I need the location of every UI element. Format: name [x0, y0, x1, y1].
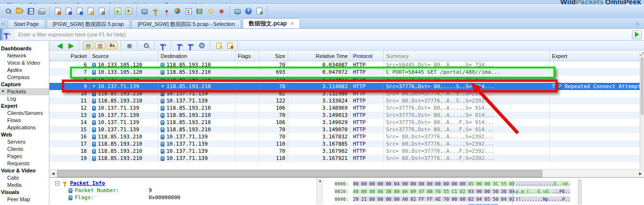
search-packets-icon[interactable]: [141, 41, 151, 50]
edit-note-icon[interactable]: ✎: [214, 42, 223, 49]
table-row[interactable]: 1410.137.71.139118.85.193.2101063.149029…: [49, 119, 644, 126]
sidebar-item-applications[interactable]: Applications: [0, 124, 49, 131]
hex-view-toggle[interactable]: 0x: [107, 41, 117, 50]
options-icon[interactable]: [233, 6, 242, 16]
column-header-relative-time[interactable]: Relative Time: [288, 51, 351, 61]
horizontal-scrollbar[interactable]: ◀ ▶: [49, 169, 644, 177]
sidebar-item-apdex[interactable]: Apdex: [0, 67, 49, 74]
go-forward-icon[interactable]: ▶: [66, 42, 76, 49]
column-header-source[interactable]: Source: [90, 51, 158, 61]
vertical-scrollbar[interactable]: [640, 51, 644, 171]
search-packets-icon[interactable]: [141, 42, 151, 49]
help-icon[interactable]: ?: [244, 6, 253, 16]
open-file-icon[interactable]: ▾: [15, 6, 24, 16]
column-header-expert[interactable]: Expert: [550, 51, 644, 61]
sidebar-item-pages[interactable]: Pages: [0, 153, 49, 160]
sidebar-item-network[interactable]: Network: [0, 52, 49, 59]
table-row[interactable]: 910.137.71.139118.85.193.210783.114083HT…: [49, 83, 644, 90]
detail-view-icon[interactable]: ▥: [95, 41, 105, 50]
insert-operator-icon[interactable]: +: [186, 41, 196, 50]
clients-monitor-icon[interactable]: [140, 6, 149, 16]
sidebar-item-servers[interactable]: Servers: [0, 138, 49, 146]
sidebar-item-clients-servers[interactable]: Clients/Servers: [0, 110, 49, 117]
tab-3[interactable]: 数据报文.pcap×: [243, 18, 300, 28]
save-icon[interactable]: [26, 6, 35, 16]
packet-list-view-icon[interactable]: ▤: [83, 42, 94, 49]
send-packets-icon[interactable]: ▲: [113, 6, 122, 16]
summary-stats-icon[interactable]: Σ: [184, 6, 193, 16]
insert-operator-icon[interactable]: +: [186, 42, 196, 49]
delete-note-icon[interactable]: ✖: [225, 42, 234, 49]
table-row[interactable]: 1310.137.71.139118.85.193.210703.149013H…: [49, 112, 644, 119]
table-row[interactable]: 11118.85.193.21010.137.71.1391223.133024…: [49, 97, 644, 104]
start-page-doc-icon[interactable]: [53, 6, 62, 16]
tree-scrollbar[interactable]: ▲: [316, 178, 323, 205]
capture-doc-icon[interactable]: [75, 6, 84, 16]
insert-expression-icon[interactable]: [197, 41, 207, 50]
sidebar-item-log[interactable]: Log: [0, 95, 49, 102]
sidebar-item-peer-map[interactable]: Peer Map: [0, 196, 49, 203]
hex-view-toggle[interactable]: 0x: [107, 42, 117, 49]
sidebar-item-compass[interactable]: Compass: [0, 74, 49, 81]
tab-1[interactable]: [PGW_SGW] 数据跟踪 5.pcap: [47, 19, 130, 28]
sidebar-item-flows[interactable]: Flows: [0, 117, 49, 124]
packet-list-view-icon[interactable]: ▤: [83, 41, 93, 50]
sidebar-item-calls[interactable]: Calls: [0, 174, 49, 182]
go-forward-icon[interactable]: ▶: [66, 41, 76, 50]
insert-filter-icon[interactable]: +: [175, 41, 185, 50]
tab-scroll-right-icon[interactable]: ▷: [636, 22, 643, 26]
column-header-protocol[interactable]: Protocol: [351, 51, 384, 61]
column-header-size[interactable]: Size: [259, 51, 288, 61]
print-icon[interactable]: [37, 6, 47, 16]
horizontal-scroll-thumb[interactable]: [57, 170, 542, 177]
go-back-icon[interactable]: ◀: [55, 41, 65, 50]
sidebar-item-packets[interactable]: Packets: [0, 88, 49, 95]
scroll-left-icon[interactable]: ◀: [49, 170, 57, 177]
sidebar-item-media[interactable]: Media: [0, 182, 49, 189]
sidebar-item-requests[interactable]: Requests: [0, 160, 49, 167]
detail-view-icon[interactable]: ▥: [95, 42, 105, 49]
table-row[interactable]: 17118.85.193.21010.137.71.1391103.167885…: [49, 140, 644, 148]
edit-note-icon[interactable]: ✎: [214, 41, 223, 50]
filter-menu-button[interactable]: ▾: [0, 29, 14, 40]
table-row[interactable]: 16118.85.193.21010.137.71.139703.167832H…: [49, 133, 644, 140]
table-row[interactable]: 610.133.105.120118.85.193.210700.034087H…: [49, 61, 644, 68]
decode-view-icon[interactable]: ▦: [125, 42, 134, 49]
pushpin-icon[interactable]: [162, 6, 171, 16]
insert-expression-icon[interactable]: [197, 42, 207, 49]
table-row[interactable]: 18118.85.193.21010.137.71.139703.167902H…: [49, 148, 644, 155]
table-row[interactable]: 1510.137.71.139118.85.193.210703.149070H…: [49, 126, 644, 133]
pie-chart-icon[interactable]: [173, 6, 182, 16]
column-header-destination[interactable]: Destination: [158, 51, 235, 61]
start-capture-doc-icon[interactable]: [255, 6, 264, 16]
table-row[interactable]: 810.137.71.139118.85.193.2101143.113977H…: [49, 76, 644, 83]
alarm-doc-icon[interactable]: [86, 6, 95, 16]
tab-2[interactable]: [PGW_SGW] 数据跟踪 5.pcap - Selection: [131, 19, 241, 28]
packet-info-title[interactable]: Packet Info: [70, 180, 105, 186]
table-row[interactable]: 1210.137.71.139118.85.193.2101063.148969…: [49, 104, 644, 112]
go-back-icon[interactable]: ◀: [55, 42, 65, 49]
wireless-icon[interactable]: ◉: [217, 6, 226, 16]
filter-funnel-icon[interactable]: ▾: [158, 42, 168, 49]
graphs-icon[interactable]: [195, 6, 204, 16]
decode-view-icon[interactable]: ▦: [125, 41, 134, 50]
capture-search-icon[interactable]: ▾: [4, 6, 13, 16]
apply-filter-button[interactable]: [632, 30, 642, 39]
bulb-icon[interactable]: [206, 6, 215, 16]
hex-scrollbar[interactable]: [578, 180, 582, 205]
column-header-packet[interactable]: Packet: [49, 51, 90, 61]
log-doc-icon[interactable]: [97, 6, 106, 16]
tab-0[interactable]: Start Page: [8, 19, 45, 28]
table-row[interactable]: 710.133.105.120118.85.193.2106930.047072…: [49, 68, 644, 76]
sidebar-item-voice-video[interactable]: Voice & Video: [0, 59, 49, 67]
column-header-flags[interactable]: Flags: [235, 51, 259, 61]
scroll-right-icon[interactable]: ▶: [637, 170, 644, 177]
filter-wire-icon[interactable]: [151, 6, 160, 16]
filter-funnel-icon[interactable]: ▾: [158, 41, 168, 50]
vertical-scroll-thumb[interactable]: [641, 57, 644, 115]
sidebar-item-clients[interactable]: Clients: [0, 146, 49, 153]
filter-doc-icon[interactable]: [64, 6, 73, 16]
close-icon[interactable]: ×: [291, 21, 293, 26]
delete-note-icon[interactable]: ✖: [225, 41, 234, 50]
column-header-summary[interactable]: Summary: [384, 51, 550, 61]
